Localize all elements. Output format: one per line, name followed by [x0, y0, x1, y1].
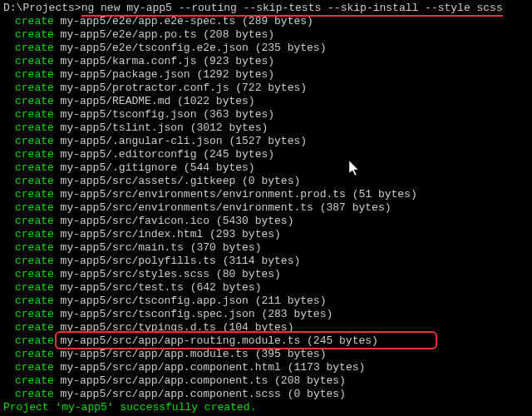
file-path: my-app5/protractor.conf.js	[54, 82, 235, 94]
file-path: my-app5/.angular-cli.json	[54, 135, 229, 147]
file-path: my-app5/.gitignore	[54, 161, 184, 174]
file-path: my-app5/src/tsconfig.app.json	[54, 295, 255, 307]
file-path: my-app5/README.md	[54, 95, 177, 107]
file-size: (283 bytes)	[261, 308, 332, 320]
output-line: create my-app5/src/polyfills.ts (3114 by…	[3, 255, 529, 268]
action-label: create	[15, 15, 54, 27]
action-label: create	[15, 108, 54, 121]
file-size: (395 bytes)	[255, 348, 327, 360]
action-label: create	[15, 215, 54, 227]
action-label: create	[15, 334, 54, 347]
file-path: my-app5/e2e/app.po.ts	[54, 28, 203, 41]
shell-prompt: D:\Projects>	[3, 2, 81, 14]
file-size: (104 bytes)	[223, 321, 294, 334]
file-path: my-app5/e2e/tsconfig.e2e.json	[54, 42, 255, 54]
output-line: create my-app5/.editorconfig (245 bytes)	[3, 148, 529, 161]
action-label: create	[15, 308, 54, 320]
file-size: (0 bytes)	[242, 175, 300, 187]
output-line: create my-app5/.angular-cli.json (1527 b…	[3, 135, 529, 148]
output-line: create my-app5/src/typings.d.ts (104 byt…	[3, 321, 529, 334]
output-line: create my-app5/src/styles.scss (80 bytes…	[3, 268, 529, 281]
action-label: create	[15, 135, 54, 147]
file-size: (387 bytes)	[320, 201, 392, 214]
file-size: (289 bytes)	[242, 15, 313, 27]
action-label: create	[15, 175, 54, 187]
file-path: my-app5/src/app/app-routing.module.ts	[54, 334, 307, 347]
output-line: create my-app5/e2e/tsconfig.e2e.json (23…	[3, 42, 529, 55]
output-line: create my-app5/src/app/app.component.ts …	[3, 374, 529, 388]
action-label: create	[15, 374, 54, 387]
file-size: (80 bytes)	[216, 268, 281, 280]
file-path: my-app5/tsconfig.json	[54, 108, 203, 121]
action-label: create	[15, 255, 54, 267]
file-path: my-app5/karma.conf.js	[54, 55, 203, 67]
output-line: create my-app5/src/tsconfig.spec.json (2…	[3, 308, 529, 321]
action-label: create	[15, 161, 54, 174]
file-path: my-app5/src/index.html	[54, 228, 209, 240]
output-line: create my-app5/package.json (1292 bytes)	[3, 68, 529, 82]
file-size: (51 bytes)	[352, 188, 417, 201]
file-path: my-app5/src/environments/environment.ts	[54, 201, 320, 214]
file-size: (1292 bytes)	[196, 68, 274, 81]
file-path: my-app5/src/app/app.component.ts	[54, 374, 274, 387]
file-size: (245 bytes)	[307, 334, 378, 347]
file-size: (293 bytes)	[209, 228, 281, 240]
action-label: create	[15, 188, 54, 201]
output-line: create my-app5/protractor.conf.js (722 b…	[3, 82, 529, 95]
file-size: (544 bytes)	[184, 161, 255, 174]
file-size: (3114 bytes)	[223, 255, 301, 267]
output-line: create my-app5/src/tsconfig.app.json (21…	[3, 295, 529, 308]
file-size: (722 bytes)	[235, 82, 307, 94]
file-size: (208 bytes)	[203, 28, 274, 41]
output-line: create my-app5/e2e/app.e2e-spec.ts (289 …	[3, 15, 529, 28]
output-line: create my-app5/src/app/app-routing.modul…	[3, 334, 529, 348]
file-path: my-app5/package.json	[54, 68, 197, 81]
file-path: my-app5/src/main.ts	[54, 241, 190, 254]
output-line: create my-app5/tslint.json (3012 bytes)	[3, 121, 529, 135]
output-line: create my-app5/src/index.html (293 bytes…	[3, 228, 529, 241]
file-size: (208 bytes)	[274, 374, 346, 387]
file-size: (923 bytes)	[203, 55, 274, 67]
terminal-output[interactable]: D:\Projects>ng new my-app5 --routing --s…	[0, 0, 532, 416]
file-path: my-app5/src/app/app.component.scss	[54, 388, 288, 400]
file-path: my-app5/src/environments/environment.pro…	[54, 188, 352, 201]
action-label: create	[15, 321, 54, 334]
output-line: create my-app5/e2e/app.po.ts (208 bytes)	[3, 28, 529, 42]
file-path: my-app5/.editorconfig	[54, 148, 203, 161]
action-label: create	[15, 42, 54, 54]
output-line: create my-app5/src/app/app.module.ts (39…	[3, 348, 529, 361]
file-size: (3012 bytes)	[190, 121, 268, 134]
output-line: create my-app5/src/test.ts (642 bytes)	[3, 281, 529, 295]
action-label: create	[15, 28, 54, 41]
action-label: create	[15, 55, 54, 67]
action-label: create	[15, 82, 54, 94]
action-label: create	[15, 201, 54, 214]
action-label: create	[15, 241, 54, 254]
action-label: create	[15, 281, 54, 294]
action-label: create	[15, 228, 54, 240]
file-size: (370 bytes)	[190, 241, 262, 254]
file-size: (245 bytes)	[203, 148, 274, 161]
file-path: my-app5/src/app/app.module.ts	[54, 348, 255, 360]
action-label: create	[15, 148, 54, 161]
file-size: (1022 bytes)	[177, 95, 255, 107]
action-label: create	[15, 68, 54, 81]
file-path: my-app5/src/assets/.gitkeep	[54, 175, 242, 187]
output-line: create my-app5/src/app/app.component.scs…	[3, 388, 529, 401]
output-line: create my-app5/src/environments/environm…	[3, 201, 529, 215]
output-lines: create my-app5/e2e/app.e2e-spec.ts (289 …	[3, 15, 529, 401]
action-label: create	[15, 268, 54, 280]
file-path: my-app5/src/tsconfig.spec.json	[54, 308, 262, 320]
file-size: (1173 bytes)	[288, 361, 366, 374]
file-path: my-app5/src/test.ts	[54, 281, 190, 294]
action-label: create	[15, 388, 54, 400]
file-size: (1527 bytes)	[229, 135, 307, 147]
file-path: my-app5/src/polyfills.ts	[54, 255, 223, 267]
action-label: create	[15, 295, 54, 307]
prompt-line: D:\Projects>ng new my-app5 --routing --s…	[3, 2, 529, 15]
output-line: create my-app5/karma.conf.js (923 bytes)	[3, 55, 529, 68]
success-message: Project 'my-app5' successfully created.	[3, 401, 529, 414]
output-line: create my-app5/tsconfig.json (363 bytes)	[3, 108, 529, 121]
file-path: my-app5/e2e/app.e2e-spec.ts	[54, 15, 242, 27]
file-size: (363 bytes)	[203, 108, 274, 121]
